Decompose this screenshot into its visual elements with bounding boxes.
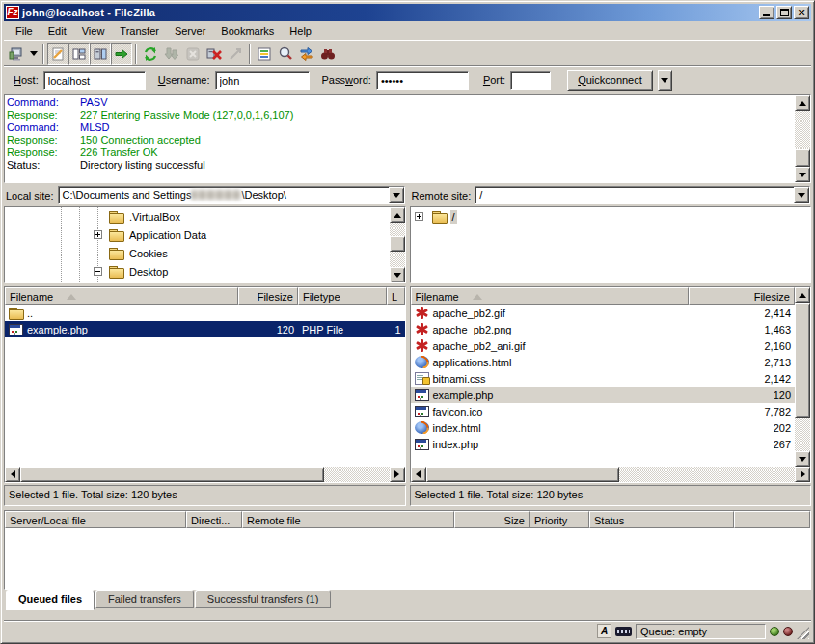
local-tree-scrollbar[interactable] (390, 207, 405, 282)
find-files-button[interactable] (317, 43, 339, 65)
file-row[interactable]: bitnami.css2,142 (411, 370, 796, 387)
scroll-up-button[interactable] (390, 207, 405, 223)
scroll-down-button[interactable] (795, 451, 810, 467)
maximize-icon (780, 9, 789, 16)
tab-successful-transfers[interactable]: Successful transfers (1) (195, 590, 332, 608)
refresh-button[interactable] (140, 43, 161, 65)
compare-directories-button[interactable] (275, 43, 296, 65)
remote-path-dropdown[interactable] (794, 187, 809, 203)
menu-view[interactable]: View (74, 23, 113, 39)
resize-grip[interactable] (797, 627, 809, 639)
title-bar[interactable]: Fz john@localhost - FileZilla ✕ (4, 4, 811, 21)
password-label: Password: (322, 74, 371, 86)
tree-item-application-data[interactable]: Application Data (5, 226, 390, 244)
toggle-remote-tree-button[interactable] (90, 43, 111, 65)
tree-item-virtualbox[interactable]: .VirtualBox (5, 207, 390, 226)
column-header-last-modified[interactable]: L (387, 287, 405, 305)
minimize-button[interactable] (759, 6, 774, 19)
file-row-example-php[interactable]: example.php120 (411, 387, 796, 403)
menu-transfer[interactable]: Transfer (112, 23, 167, 39)
username-input[interactable] (215, 71, 310, 90)
remote-vscrollbar[interactable] (795, 287, 810, 467)
file-row-example-php[interactable]: example.php 120 PHP File 1 (5, 321, 405, 337)
column-header-size[interactable]: Size (454, 511, 530, 528)
file-row[interactable]: applications.html2,713 (411, 354, 796, 370)
tree-item-cookies[interactable]: Cookies (5, 244, 390, 262)
filter-icon (257, 46, 272, 62)
column-header-empty (734, 511, 810, 528)
quickconnect-button[interactable]: Quickconnect (567, 70, 653, 91)
maximize-button[interactable] (776, 6, 792, 19)
site-manager-button[interactable] (6, 43, 27, 65)
column-header-priority[interactable]: Priority (530, 511, 589, 528)
column-header-filetype[interactable]: Filetype (298, 287, 387, 305)
php-file-icon (9, 324, 23, 335)
menu-help[interactable]: Help (282, 23, 319, 39)
toggle-message-log-button[interactable] (47, 43, 68, 65)
scroll-up-button[interactable] (795, 95, 810, 111)
remote-path-combo[interactable]: / (475, 186, 810, 204)
column-header-filename[interactable]: Filename (411, 287, 689, 305)
speed-limits-icon[interactable] (615, 627, 632, 636)
directory-filters-button[interactable] (254, 43, 275, 65)
log-scrollbar[interactable] (795, 95, 810, 182)
file-row[interactable]: apache_pb2.png1,463 (411, 321, 796, 337)
scroll-thumb[interactable] (20, 467, 324, 482)
scroll-down-button[interactable] (795, 167, 810, 182)
quickconnect-dropdown[interactable] (658, 70, 672, 91)
scroll-down-button[interactable] (390, 267, 405, 282)
scroll-thumb[interactable] (426, 467, 619, 482)
menu-server[interactable]: Server (167, 23, 213, 39)
file-row[interactable]: apache_pb2_ani.gif2,160 (411, 337, 796, 354)
toggle-local-tree-button[interactable] (68, 43, 90, 65)
data-led-red-icon (783, 627, 793, 636)
local-path-dropdown[interactable] (389, 187, 404, 203)
column-header-remote-file[interactable]: Remote file (242, 511, 454, 528)
port-input[interactable] (510, 71, 551, 90)
menu-edit[interactable]: Edit (41, 23, 74, 39)
scroll-right-button[interactable] (795, 467, 810, 482)
cancel-operation-button[interactable] (182, 43, 204, 65)
disconnect-button[interactable] (204, 43, 225, 65)
scroll-left-button[interactable] (411, 467, 426, 482)
process-queue-button[interactable] (161, 43, 182, 65)
column-header-filename[interactable]: Filename (5, 287, 238, 305)
synchronized-browsing-button[interactable] (296, 43, 317, 65)
remote-hscrollbar[interactable] (411, 467, 811, 482)
tab-queued-files[interactable]: Queued files (6, 590, 95, 610)
expand-icon[interactable] (94, 230, 102, 239)
file-row-parent-dir[interactable]: .. (5, 305, 405, 321)
local-path-combo[interactable]: C:\Documents and Settings\Desktop\ (58, 186, 405, 204)
local-hscrollbar[interactable] (5, 467, 405, 482)
menu-file[interactable]: File (8, 23, 41, 39)
host-input[interactable] (43, 71, 146, 90)
file-row[interactable]: apache_pb2.gif2,414 (411, 305, 796, 321)
site-manager-dropdown[interactable] (27, 43, 40, 65)
scroll-left-button[interactable] (5, 467, 20, 482)
scroll-thumb[interactable] (390, 236, 405, 252)
expand-icon[interactable] (415, 212, 423, 221)
tab-failed-transfers[interactable]: Failed transfers (95, 590, 194, 608)
close-button[interactable]: ✕ (794, 6, 809, 19)
column-header-status[interactable]: Status (589, 511, 734, 528)
file-row[interactable]: index.php267 (411, 436, 796, 452)
toggle-queue-button[interactable] (111, 43, 132, 65)
file-row[interactable]: favicon.ico7,782 (411, 403, 796, 419)
scroll-right-button[interactable] (390, 467, 405, 482)
password-input[interactable] (376, 71, 469, 90)
tree-item-desktop[interactable]: Desktop (5, 262, 390, 281)
menu-bookmarks[interactable]: Bookmarks (213, 23, 282, 39)
file-row[interactable]: index.html202 (411, 419, 796, 436)
scroll-up-button[interactable] (795, 287, 810, 303)
collapse-icon[interactable] (94, 267, 102, 276)
column-header-server-local-file[interactable]: Server/Local file (5, 511, 186, 528)
scroll-thumb[interactable] (795, 303, 810, 418)
column-header-direction[interactable]: Directi... (186, 511, 242, 528)
reconnect-button[interactable] (225, 43, 246, 65)
scroll-thumb[interactable] (795, 149, 810, 167)
remote-tree: / (410, 206, 812, 283)
binoculars-icon (320, 46, 336, 62)
column-header-filesize[interactable]: Filesize (238, 287, 298, 305)
tree-item-root[interactable]: / (411, 207, 811, 226)
column-header-filesize[interactable]: Filesize (689, 287, 796, 305)
